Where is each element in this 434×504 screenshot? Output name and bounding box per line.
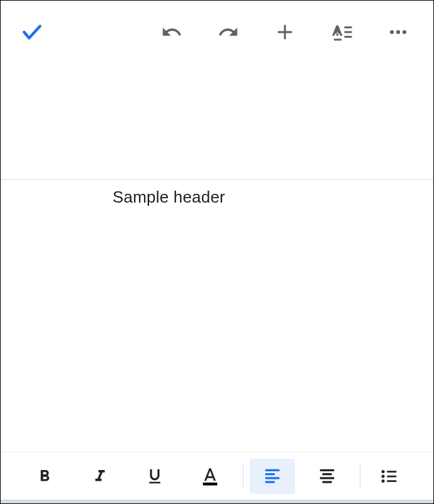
align-left-icon <box>263 467 282 486</box>
align-center-icon <box>318 467 337 486</box>
document-editor[interactable]: Sample header <box>1 180 433 452</box>
svg-point-9 <box>382 470 385 473</box>
svg-rect-14 <box>387 480 396 482</box>
more-button[interactable] <box>379 13 417 51</box>
top-toolbar <box>1 1 433 64</box>
svg-rect-13 <box>387 475 396 477</box>
text-format-icon <box>330 21 353 43</box>
document-header-text[interactable]: Sample header <box>113 188 433 207</box>
redo-button[interactable] <box>209 13 247 51</box>
italic-button[interactable] <box>77 459 123 494</box>
undo-icon <box>161 21 182 43</box>
svg-rect-2 <box>345 26 352 28</box>
bottom-edge <box>1 500 433 503</box>
align-left-button[interactable] <box>250 459 295 494</box>
svg-rect-4 <box>345 36 352 38</box>
bulleted-list-icon <box>380 467 399 486</box>
underline-icon <box>145 467 164 486</box>
bold-button[interactable] <box>22 459 67 494</box>
text-color-icon <box>199 466 221 487</box>
bottom-format-toolbar <box>1 452 433 500</box>
bold-icon <box>35 467 54 486</box>
plus-icon <box>274 21 296 43</box>
text-color-button[interactable] <box>187 459 233 494</box>
italic-icon <box>91 467 109 486</box>
confirm-button[interactable] <box>13 13 51 51</box>
redo-icon <box>218 21 239 43</box>
svg-point-11 <box>382 479 385 483</box>
align-center-button[interactable] <box>305 459 350 494</box>
svg-point-7 <box>403 30 406 34</box>
svg-rect-12 <box>387 471 396 473</box>
toolbar-divider <box>243 464 243 489</box>
check-icon <box>20 20 44 44</box>
insert-button[interactable] <box>266 13 304 51</box>
svg-point-5 <box>390 30 394 34</box>
more-icon <box>387 21 409 43</box>
undo-button[interactable] <box>153 13 191 51</box>
text-format-button[interactable] <box>323 13 360 51</box>
svg-point-10 <box>382 474 385 478</box>
svg-rect-3 <box>345 31 352 33</box>
svg-rect-8 <box>203 482 218 485</box>
svg-point-6 <box>396 30 400 34</box>
bulleted-list-button[interactable] <box>367 459 412 494</box>
toolbar-divider-2 <box>360 464 360 489</box>
underline-button[interactable] <box>132 459 177 494</box>
